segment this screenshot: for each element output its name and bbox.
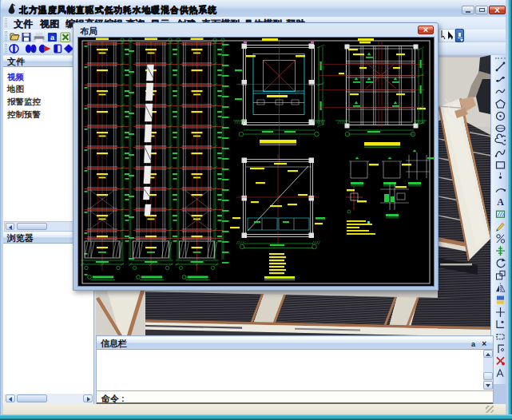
svg-text:A: A [497,196,504,208]
